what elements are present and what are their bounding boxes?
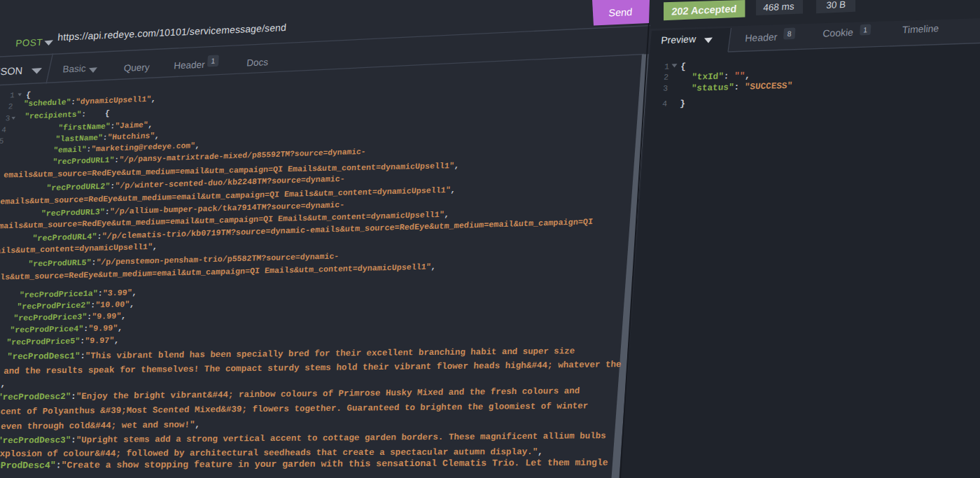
svg-text:1: 1 (863, 25, 868, 34)
svg-text:2: 2 (8, 102, 13, 111)
svg-text:"recipients": {: "recipients": { (24, 109, 110, 120)
svg-text:https://api.redeye.com/10101/s: https://api.redeye.com/10101/servicemess… (57, 22, 287, 43)
svg-text:1: 1 (211, 57, 216, 65)
svg-text:2: 2 (664, 73, 669, 82)
svg-text:"recProdDesc3":"Upright stems: "recProdDesc3":"Upright stems add a stro… (0, 431, 606, 446)
svg-text:"recProdPrice5":"9.97",: "recProdPrice5":"9.97", (6, 336, 120, 348)
svg-text:Header: Header (745, 31, 778, 44)
svg-text:"lastName":"Hutchins",: "lastName":"Hutchins", (55, 132, 160, 143)
svg-text:3: 3 (663, 84, 668, 93)
svg-text:3: 3 (5, 114, 10, 122)
svg-text:1: 1 (664, 62, 670, 71)
svg-text:5: 5 (0, 137, 4, 146)
svg-text:Emails&utm_content=dynamicUpse: Emails&utm_content=dynamicUpsell1", (0, 242, 158, 256)
svg-text:Send: Send (608, 6, 633, 18)
svg-text:"schedule":"dynamicUpsell1",: "schedule":"dynamicUpsell1", (23, 94, 156, 108)
svg-text:",: ", (0, 379, 6, 389)
svg-text:Query: Query (123, 62, 150, 73)
svg-text:explosion of colour&#44; follo: explosion of colour&#44; followed by arc… (0, 447, 543, 459)
svg-text:"recProdPrice4":"9.99",: "recProdPrice4":"9.99", (10, 323, 123, 335)
svg-text:"recProdPrice1a":"3.99",: "recProdPrice1a":"3.99", (19, 288, 137, 300)
svg-text:Timeline: Timeline (902, 22, 939, 35)
svg-text:}: } (680, 99, 686, 109)
svg-text:Header: Header (174, 59, 206, 71)
svg-text:"recProdPrice2":"10.00",: "recProdPrice2":"10.00", (17, 300, 135, 312)
svg-text:"recProdDesc1":"This vibrant b: "recProdDesc1":"This vibrant blend has b… (7, 346, 575, 362)
svg-text:Cookie: Cookie (822, 27, 854, 39)
svg-text:30 B: 30 B (826, 0, 846, 10)
svg-text:468 ms: 468 ms (763, 1, 795, 13)
svg-text:and the results speak for them: and the results speak for themselves! Th… (4, 360, 622, 377)
svg-text:{: { (680, 62, 687, 72)
svg-text:even through cold&#44; wet and: even through cold&#44; wet and snow!", (1, 420, 201, 432)
svg-text:JSON: JSON (0, 65, 23, 78)
svg-text:"recProdDesc4":"Create a show: "recProdDesc4":"Create a show stopping f… (0, 458, 608, 471)
svg-text:Basic: Basic (62, 63, 86, 74)
svg-text:Preview: Preview (661, 33, 697, 45)
svg-text:Docs: Docs (246, 57, 269, 68)
svg-text:4: 4 (662, 99, 668, 108)
svg-text:"email":"marketing@redeye.com": "email":"marketing@redeye.com", (53, 141, 200, 155)
svg-text:"recProdPrice3":"9.99",: "recProdPrice3":"9.99", (13, 311, 127, 323)
svg-text:"recProdDesc2":"Enjoy the brig: "recProdDesc2":"Enjoy the bright vibrant… (0, 386, 580, 402)
svg-text:POST: POST (15, 37, 43, 49)
svg-text:scent of Polyanthus &#39;Most: scent of Polyanthus &#39;Most Scented Mi… (0, 401, 589, 416)
svg-text:8: 8 (787, 29, 792, 38)
svg-text:{: { (26, 91, 31, 99)
svg-text:"txId": "",: "txId": "", (692, 70, 751, 82)
svg-text:4: 4 (1, 126, 7, 134)
svg-text:1: 1 (10, 91, 15, 99)
svg-text:"firstName":"Jaime",: "firstName":"Jaime", (58, 120, 153, 132)
